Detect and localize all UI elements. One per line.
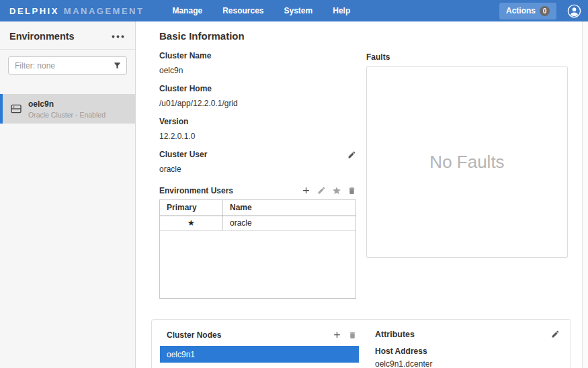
filter-funnel-icon[interactable] [113, 61, 122, 70]
actions-button[interactable]: Actions 0 [499, 3, 556, 19]
version-value: 12.2.0.1.0 [159, 132, 356, 141]
app-window: DELPHIX MANAGEMENT Manage Resources Syst… [0, 0, 588, 368]
cluster-name-value: oelc9n [159, 66, 356, 75]
set-primary-user-button[interactable] [332, 186, 341, 195]
no-faults-text: No Faults [429, 152, 504, 173]
actions-count-badge: 0 [540, 6, 550, 16]
column-header-primary: Primary [160, 200, 223, 216]
delphix-logo[interactable]: DELPHIX MANAGEMENT [9, 6, 144, 16]
attributes-title: Attributes [375, 330, 415, 339]
trash-icon [348, 332, 357, 342]
star-icon [332, 187, 341, 197]
column-header-name: Name [223, 200, 355, 216]
environment-users-table: Primary Name ★ oracle [159, 199, 356, 299]
brand-secondary: MANAGEMENT [64, 6, 144, 16]
top-nav: DELPHIX MANAGEMENT Manage Resources Syst… [0, 0, 588, 21]
pencil-icon [317, 187, 326, 197]
cluster-home-value: /u01/app/12.2.0.1/grid [159, 99, 356, 108]
node-name: oelc9n1 [167, 350, 195, 359]
cluster-nodes-list: oelc9n1 oelc9n2 Disable [160, 346, 359, 368]
environment-subtitle: Oracle Cluster - Enabled [28, 111, 106, 119]
table-header-row: Primary Name [160, 200, 355, 216]
environments-sidebar: Environments [0, 21, 136, 368]
main-content: Basic Information Cluster Name oelc9n Cl… [136, 21, 588, 368]
environment-users-title: Environment Users [159, 186, 233, 195]
cluster-nodes-title: Cluster Nodes [167, 330, 221, 340]
cluster-home-label: Cluster Home [159, 84, 356, 93]
main-scrollbar-track[interactable] [582, 21, 588, 368]
page-title: Basic Information [159, 30, 568, 42]
sidebar-title: Environments [9, 31, 75, 42]
faults-panel: No Faults [366, 66, 568, 258]
delete-node-button[interactable] [348, 330, 357, 340]
menu-help[interactable]: Help [333, 6, 350, 15]
host-address-label: Host Address [375, 347, 560, 356]
cluster-user-value: oracle [159, 165, 356, 174]
node-row-oelc9n2[interactable]: oelc9n2 Disable [160, 363, 359, 368]
edit-user-button[interactable] [317, 186, 326, 195]
edit-attributes-button[interactable] [551, 330, 560, 338]
primary-star-cell: ★ [160, 216, 223, 230]
sidebar-more-button[interactable] [110, 34, 126, 40]
menu-manage[interactable]: Manage [172, 6, 202, 15]
menu-system[interactable]: System [284, 6, 313, 15]
cluster-user-label: Cluster User [159, 150, 207, 159]
pencil-icon [551, 330, 560, 340]
pencil-icon [347, 151, 356, 161]
sidebar-item-oelc9n[interactable]: oelc9n Oracle Cluster - Enabled [0, 94, 135, 124]
node-row-oelc9n1[interactable]: oelc9n1 [160, 346, 359, 363]
filter-input[interactable] [8, 56, 127, 75]
delete-user-button[interactable] [347, 186, 356, 195]
environment-name: oelc9n [28, 99, 106, 109]
version-label: Version [159, 117, 356, 126]
trash-icon [347, 187, 356, 197]
cluster-nodes-card: Cluster Nodes [151, 319, 571, 368]
user-icon [567, 10, 581, 20]
faults-title: Faults [366, 52, 568, 62]
menu-resources[interactable]: Resources [222, 6, 263, 15]
edit-cluster-user-button[interactable] [347, 150, 356, 159]
add-user-button[interactable] [301, 185, 311, 195]
actions-button-label: Actions [506, 6, 536, 15]
user-avatar-button[interactable] [567, 4, 581, 18]
user-name-cell: oracle [223, 216, 355, 230]
plus-icon [301, 187, 311, 197]
main-menu: Manage Resources System Help [172, 6, 350, 15]
environment-cluster-icon [11, 104, 22, 113]
host-address-value: oelc9n1.dcenter [375, 359, 560, 368]
table-row[interactable]: ★ oracle [160, 216, 355, 231]
cluster-name-label: Cluster Name [159, 51, 356, 60]
more-horiz-icon [112, 30, 124, 40]
add-node-button[interactable] [332, 330, 342, 340]
plus-icon [332, 332, 342, 342]
brand-primary: DELPHIX [9, 6, 59, 16]
sidebar-divider [0, 49, 135, 50]
